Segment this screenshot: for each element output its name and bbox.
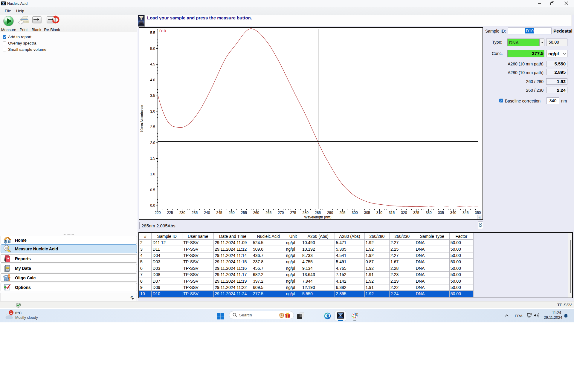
svg-text:235: 235 [192,211,198,215]
svg-text:290: 290 [327,211,333,215]
svg-text:0.0: 0.0 [150,203,155,208]
svg-text:245: 245 [216,211,222,215]
svg-text:5.0: 5.0 [150,47,155,51]
svg-text:3.5: 3.5 [150,94,155,98]
svg-text:2.5: 2.5 [150,125,155,129]
svg-text:D10: D10 [159,29,166,33]
svg-text:2.0: 2.0 [150,141,155,145]
svg-text:5.5: 5.5 [150,31,155,35]
svg-text:220: 220 [155,211,161,215]
svg-text:270: 270 [278,211,284,215]
svg-text:345: 345 [462,211,468,215]
svg-text:265: 265 [265,211,271,215]
svg-text:295: 295 [339,211,345,215]
svg-text:Wavelength (nm): Wavelength (nm) [304,215,332,219]
svg-text:315: 315 [389,211,395,215]
svg-text:255: 255 [241,211,247,215]
svg-text:325: 325 [413,211,419,215]
svg-text:340: 340 [450,211,456,215]
svg-text:10mm Absorbance: 10mm Absorbance [140,105,144,132]
svg-text:310: 310 [376,211,382,215]
svg-text:350: 350 [475,211,481,215]
svg-text:1.0: 1.0 [150,172,155,176]
svg-text:285: 285 [315,211,321,215]
svg-text:1.5: 1.5 [150,156,155,160]
svg-text:225: 225 [167,211,173,215]
svg-text:230: 230 [179,211,185,215]
svg-text:320: 320 [401,211,407,215]
svg-text:275: 275 [290,211,296,215]
svg-text:300: 300 [352,211,358,215]
svg-text:0.5: 0.5 [150,188,155,192]
svg-text:305: 305 [364,211,370,215]
svg-text:3.0: 3.0 [150,109,155,114]
svg-text:4.5: 4.5 [150,62,155,66]
svg-text:4.0: 4.0 [150,78,155,82]
svg-text:260: 260 [253,211,259,215]
svg-text:335: 335 [438,211,444,215]
svg-text:330: 330 [426,211,432,215]
svg-text:280: 280 [303,211,309,215]
svg-text:250: 250 [229,211,235,215]
svg-text:240: 240 [204,211,210,215]
